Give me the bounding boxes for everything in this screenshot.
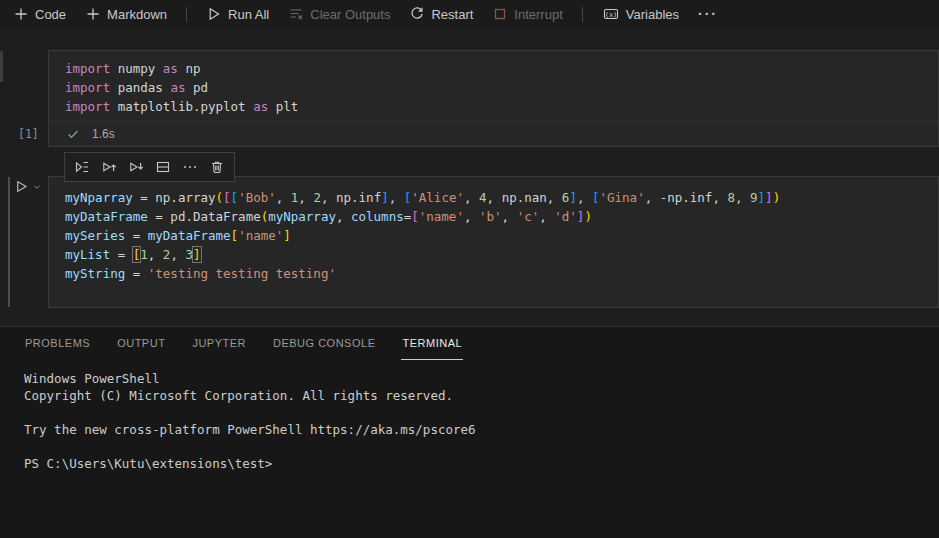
- cell-hover-toolbar: [64, 152, 235, 182]
- terminal-line: [24, 438, 476, 455]
- svg-text:(x): (x): [604, 11, 617, 19]
- restart-label: Restart: [431, 7, 473, 22]
- code-line: import pandas as pd: [65, 78, 938, 97]
- run-above-icon[interactable]: [101, 159, 117, 175]
- split-cell-icon[interactable]: [155, 159, 171, 175]
- delete-cell-icon[interactable]: [209, 159, 225, 175]
- clear-outputs-label: Clear Outputs: [310, 7, 390, 22]
- toolbar-divider: [582, 7, 583, 22]
- code-line: import matplotlib.pyplot as plt: [65, 97, 938, 116]
- add-markdown-label: Markdown: [107, 7, 167, 22]
- cell1-left-indicator: [0, 51, 3, 82]
- focused-cell-indicator-bar: [8, 177, 10, 307]
- variables-icon: (x): [602, 6, 620, 22]
- run-all-icon: [206, 6, 222, 22]
- terminal-line: Try the new cross-platform PowerShell ht…: [24, 421, 476, 438]
- restart-button[interactable]: Restart: [409, 6, 473, 22]
- tab-terminal[interactable]: TERMINAL: [401, 327, 463, 360]
- code-line: myNparray = np.array([['Bob', 1, 2, np.i…: [65, 188, 938, 207]
- code-cell-2[interactable]: myNparray = np.array([['Bob', 1, 2, np.i…: [48, 176, 939, 308]
- cell2-code-editor[interactable]: myNparray = np.array([['Bob', 1, 2, np.i…: [49, 177, 938, 283]
- terminal-line: Windows PowerShell: [24, 370, 476, 387]
- panel-tab-bar: PROBLEMS OUTPUT JUPYTER DEBUG CONSOLE TE…: [0, 327, 939, 360]
- bottom-panel: PROBLEMS OUTPUT JUPYTER DEBUG CONSOLE TE…: [0, 326, 939, 538]
- interrupt-label: Interrupt: [514, 7, 562, 22]
- variables-label: Variables: [626, 7, 679, 22]
- clear-outputs-button[interactable]: Clear Outputs: [288, 6, 390, 22]
- more-actions-icon: ···: [698, 6, 718, 22]
- code-line: myString = 'testing testing testing': [65, 264, 938, 283]
- notebook-toolbar: Code Markdown Run All Clear Outputs Rest…: [0, 0, 939, 28]
- interrupt-icon: [492, 6, 508, 22]
- plus-icon: [85, 6, 101, 22]
- cell1-execution-count: [1]: [18, 127, 39, 141]
- code-cell-1[interactable]: import numpy as npimport pandas as pdimp…: [48, 50, 939, 147]
- terminal-line: PS C:\Users\Kutu\extensions\test>: [24, 455, 476, 472]
- terminal-line: Copyright (C) Microsoft Corporation. All…: [24, 387, 476, 404]
- code-line: myList = [1, 2, 3]: [65, 245, 938, 264]
- terminal-line: [24, 404, 476, 421]
- interrupt-button[interactable]: Interrupt: [492, 6, 562, 22]
- add-code-label: Code: [35, 7, 66, 22]
- run-all-label: Run All: [228, 7, 269, 22]
- run-cell-icon: [14, 179, 29, 194]
- more-actions-button[interactable]: ···: [698, 6, 718, 22]
- run-all-button[interactable]: Run All: [206, 6, 269, 22]
- plus-icon: [13, 6, 29, 22]
- run-below-icon[interactable]: [128, 159, 144, 175]
- run-by-line-icon[interactable]: [74, 159, 90, 175]
- toolbar-divider: [186, 7, 187, 22]
- cell1-status-bar: 1.6s: [49, 121, 938, 146]
- code-line: myDataFrame = pd.DataFrame(myNparray, co…: [65, 207, 938, 226]
- code-line: import numpy as np: [65, 59, 938, 78]
- vscode-notebook-window: Code Markdown Run All Clear Outputs Rest…: [0, 0, 939, 538]
- cell2-run-button[interactable]: [14, 179, 42, 194]
- add-code-cell-button[interactable]: Code: [13, 6, 66, 22]
- restart-icon: [409, 6, 425, 22]
- terminal-output[interactable]: Windows PowerShellCopyright (C) Microsof…: [24, 370, 476, 472]
- variables-button[interactable]: (x) Variables: [602, 6, 679, 22]
- cell1-execution-time: 1.6s: [92, 127, 115, 141]
- tab-problems[interactable]: PROBLEMS: [24, 327, 91, 360]
- tab-output[interactable]: OUTPUT: [116, 327, 166, 360]
- code-line: mySeries = myDataFrame['name']: [65, 226, 938, 245]
- cell1-code-editor[interactable]: import numpy as npimport pandas as pdimp…: [49, 51, 938, 116]
- chevron-down-icon[interactable]: [32, 182, 42, 192]
- success-check-icon: [66, 127, 80, 141]
- tab-debug-console[interactable]: DEBUG CONSOLE: [272, 327, 376, 360]
- tab-jupyter[interactable]: JUPYTER: [191, 327, 247, 360]
- clear-outputs-icon: [288, 6, 304, 22]
- more-actions-icon[interactable]: [182, 159, 198, 175]
- add-markdown-cell-button[interactable]: Markdown: [85, 6, 167, 22]
